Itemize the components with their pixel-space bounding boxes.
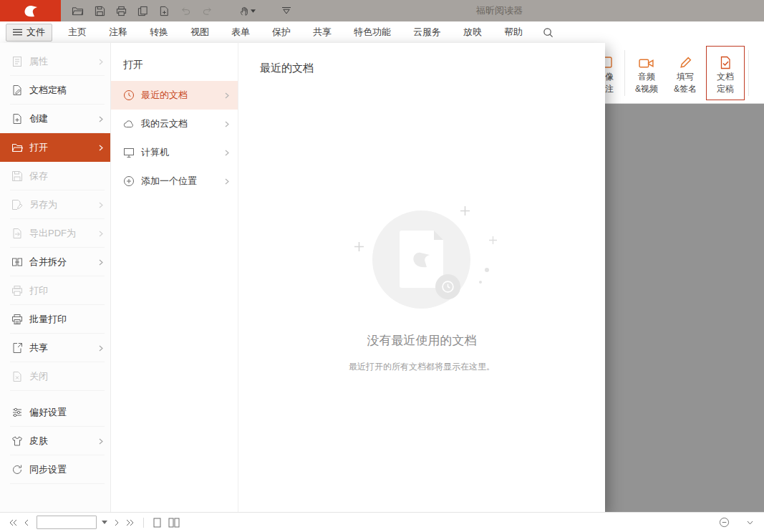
hamburger-icon <box>13 29 22 36</box>
empty-state-subtitle: 最近打开的所有文档都将显示在这里。 <box>349 361 495 373</box>
hand-tool-icon[interactable] <box>239 6 256 16</box>
statusbar-separator <box>143 518 144 528</box>
printer-icon <box>11 285 23 296</box>
open-item-recent-documents[interactable]: 最近的文档 <box>111 81 238 110</box>
chevron-down-button[interactable] <box>743 521 757 525</box>
tab-form[interactable]: 表单 <box>231 26 250 39</box>
create-doc-icon <box>11 113 23 125</box>
tab-help[interactable]: 帮助 <box>504 26 523 39</box>
save-as-floppy-icon <box>11 199 23 211</box>
file-menu-item-batch-print[interactable]: 批量打印 <box>0 305 110 334</box>
tab-view[interactable]: 视图 <box>190 26 209 39</box>
empty-state-title: 没有最近使用的文档 <box>367 332 477 349</box>
save-floppy-icon <box>11 170 23 182</box>
ribbon-cropped-label-2: 注 <box>605 84 614 94</box>
copy-pages-icon[interactable] <box>137 6 148 16</box>
next-page-button[interactable] <box>111 519 122 526</box>
ribbon-item-cropped[interactable]: 像 注 <box>605 43 622 103</box>
submenu-arrow-icon <box>99 145 103 151</box>
statusbar <box>0 512 764 532</box>
dot-decoration <box>479 281 482 284</box>
first-page-button[interactable] <box>6 519 21 526</box>
tab-features[interactable]: 特色功能 <box>354 26 391 39</box>
customize-quick-access-icon[interactable] <box>282 7 291 14</box>
ribbon-separator <box>748 50 749 96</box>
video-camera-icon <box>639 52 654 69</box>
finalize-doc-icon <box>11 84 23 96</box>
submenu-arrow-icon <box>225 121 229 127</box>
print-icon[interactable] <box>116 6 127 16</box>
single-page-view-button[interactable] <box>150 518 165 528</box>
file-menu-item-close[interactable]: 关闭 <box>0 362 110 391</box>
monitor-icon <box>123 147 135 158</box>
empty-state: 没有最近使用的文档 最近打开的所有文档都将显示在这里。 <box>238 206 605 373</box>
open-item-cloud-documents[interactable]: 我的云文档 <box>111 110 238 138</box>
tab-cloud[interactable]: 云服务 <box>413 26 441 39</box>
pencil-icon <box>679 52 692 69</box>
tab-share[interactable]: 共享 <box>313 26 332 39</box>
open-folder-icon[interactable] <box>72 6 84 16</box>
open-panel-title: 打开 <box>111 43 238 81</box>
recent-documents-title: 最近的文档 <box>238 43 605 75</box>
open-item-add-place[interactable]: 添加一个位置 <box>111 167 238 195</box>
preferences-icon <box>11 407 23 418</box>
file-menu-item-print[interactable]: 打印 <box>0 276 110 305</box>
tab-convert[interactable]: 转换 <box>150 26 168 39</box>
empty-state-graphic <box>346 206 498 321</box>
file-menu-button[interactable]: 文件 <box>6 24 52 42</box>
file-menu-item-properties[interactable]: 属性 <box>0 47 110 76</box>
new-document-icon[interactable] <box>159 6 170 16</box>
cloud-icon <box>123 118 135 130</box>
submenu-arrow-icon <box>99 438 103 445</box>
file-menu-item-merge-split[interactable]: 合并拆分 <box>0 248 110 276</box>
properties-doc-icon <box>11 56 23 67</box>
submenu-arrow-icon <box>99 259 103 266</box>
sync-settings-icon <box>11 464 23 475</box>
file-menu-label: 文件 <box>26 26 45 39</box>
file-menu-item-open[interactable]: 打开 <box>0 133 110 162</box>
foxit-logo <box>0 0 61 21</box>
page-number-input[interactable] <box>37 516 97 529</box>
tab-protect[interactable]: 保护 <box>272 26 291 39</box>
file-menu-item-save-as[interactable]: 另存为 <box>0 190 110 219</box>
tab-home[interactable]: 主页 <box>68 26 87 39</box>
file-menu-item-sync-settings[interactable]: 同步设置 <box>0 455 110 484</box>
ribbon-cropped-label-1: 像 <box>605 72 614 82</box>
window-title: 福昕阅读器 <box>476 0 523 21</box>
save-icon[interactable] <box>95 6 105 16</box>
file-menu-item-export-pdf[interactable]: 导出PDF为 <box>0 219 110 248</box>
ribbon-item-audio-video[interactable]: 音频 &视频 <box>627 43 666 103</box>
file-menu-item-finalize[interactable]: 文档定稿 <box>0 76 110 105</box>
prev-page-button[interactable] <box>21 519 32 526</box>
ribbon-item-finalize-document[interactable]: 文档 定稿 <box>706 46 745 100</box>
plus-decoration-icon <box>354 242 364 251</box>
file-menu-list: 属性 文档定稿 创建 打开 保存 <box>0 43 111 512</box>
search-icon[interactable] <box>543 27 553 38</box>
file-menu-item-share[interactable]: 共享 <box>0 334 110 362</box>
submenu-arrow-icon <box>99 116 103 122</box>
page-dropdown-button[interactable] <box>98 521 111 524</box>
file-menu-item-save[interactable]: 保存 <box>0 162 110 190</box>
undo-icon[interactable] <box>180 6 191 16</box>
last-page-button[interactable] <box>122 519 137 526</box>
facing-page-view-button[interactable] <box>165 518 183 528</box>
open-item-computer[interactable]: 计算机 <box>111 138 238 167</box>
ribbon-label: 填写 <box>677 72 694 82</box>
file-menu-item-skin[interactable]: 皮肤 <box>0 427 110 455</box>
ribbon-label: 文档 <box>717 72 734 82</box>
file-menu-item-create[interactable]: 创建 <box>0 105 110 133</box>
tab-comment[interactable]: 注释 <box>109 26 127 39</box>
submenu-arrow-icon <box>99 345 103 352</box>
skin-tshirt-icon <box>11 435 23 447</box>
submenu-arrow-icon <box>225 150 229 156</box>
file-menu-popup: 属性 文档定稿 创建 打开 保存 <box>0 43 605 512</box>
redo-icon[interactable] <box>202 6 213 16</box>
zoom-tool-button[interactable] <box>715 517 733 528</box>
open-folder-icon <box>11 142 23 153</box>
ribbon-item-fill-sign[interactable]: 填写 &签名 <box>666 43 705 103</box>
close-doc-icon <box>11 371 23 382</box>
tab-present[interactable]: 放映 <box>463 26 482 39</box>
caret-down-icon <box>251 9 256 13</box>
file-menu-item-preferences[interactable]: 偏好设置 <box>0 398 110 427</box>
ribbon-strip: 像 注 音频 &视频 填写 &签名 文档 定稿 <box>605 43 764 104</box>
